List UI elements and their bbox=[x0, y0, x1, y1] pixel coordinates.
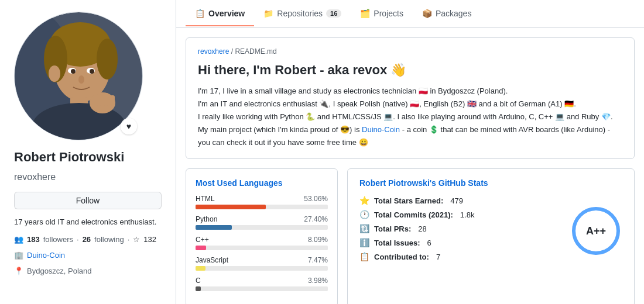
lang-label: HTML 53.06% bbox=[196, 195, 328, 203]
readme-body: I'm 17, I live in a small village and st… bbox=[198, 85, 622, 149]
stat-label: Total Commits (2021): bbox=[374, 210, 453, 219]
readme-line1: I'm 17, I live in a small village and st… bbox=[198, 85, 622, 98]
languages-title: Most Used Languages bbox=[196, 178, 328, 188]
location-text: Bydgoszcz, Poland bbox=[27, 267, 92, 275]
overview-label: Overview bbox=[208, 9, 245, 18]
svg-point-11 bbox=[90, 69, 94, 74]
github-stats-card: Robert Piotrowski's GitHub Stats ⭐ Total… bbox=[347, 168, 635, 304]
svg-point-13 bbox=[49, 65, 60, 82]
readme-user-link[interactable]: revoxhere bbox=[198, 47, 229, 56]
main-content: 📋 Overview 📁 Repositories 16 🗂️ Projects… bbox=[176, 0, 644, 304]
lang-row: JavaScript 7.47% bbox=[196, 256, 328, 271]
overview-icon: 📋 bbox=[195, 9, 205, 18]
lang-name: HTML bbox=[196, 195, 215, 203]
packages-label: Packages bbox=[436, 9, 471, 18]
building-icon: 🏢 bbox=[14, 251, 23, 260]
lang-bar-bg bbox=[196, 246, 328, 250]
lang-row: C 3.98% bbox=[196, 277, 328, 291]
projects-label: Projects bbox=[374, 9, 403, 18]
org-link[interactable]: Duino-Coin bbox=[27, 251, 65, 260]
repo-icon: 📁 bbox=[263, 9, 273, 18]
people-icon: 👥 bbox=[14, 235, 23, 244]
center-column: revoxhere / README.md Hi there, I'm Robe… bbox=[176, 28, 644, 304]
stat-value: 1.8k bbox=[460, 210, 475, 219]
repositories-label: Repositories bbox=[277, 9, 323, 18]
duino-coin-link[interactable]: Duino-Coin bbox=[362, 125, 400, 134]
lang-pct: 53.06% bbox=[304, 195, 328, 203]
stat-label: Total Issues: bbox=[374, 239, 420, 247]
svg-rect-16 bbox=[104, 93, 108, 106]
stars-count: 132 bbox=[143, 235, 156, 244]
sponsor-heart-button[interactable]: ♥ bbox=[121, 118, 137, 134]
stat-row: ⭐ Total Stars Earned: 479 bbox=[359, 196, 560, 205]
stat-row: 🕐 Total Commits (2021): 1.8k bbox=[359, 210, 560, 219]
user-bio: 17 years old IT and electronics enthusia… bbox=[14, 216, 162, 228]
stat-row: ℹ️ Total Issues: 6 bbox=[359, 238, 560, 247]
svg-point-5 bbox=[97, 39, 118, 80]
lang-bar-bg bbox=[196, 286, 328, 291]
readme-card: revoxhere / README.md Hi there, I'm Robe… bbox=[186, 37, 635, 159]
lang-name: JavaScript bbox=[196, 256, 228, 264]
tab-overview[interactable]: 📋 Overview bbox=[186, 2, 254, 26]
lang-row: HTML 53.06% bbox=[196, 195, 328, 209]
grade-text: A++ bbox=[570, 205, 622, 257]
stats-body: ⭐ Total Stars Earned: 479 🕐 Total Commit… bbox=[359, 196, 622, 266]
stat-row: 📋 Contributed to: 7 bbox=[359, 252, 560, 261]
follow-button[interactable]: Follow bbox=[14, 192, 162, 209]
lang-pct: 27.40% bbox=[304, 215, 328, 223]
svg-point-12 bbox=[78, 75, 84, 84]
lang-label: C 3.98% bbox=[196, 277, 328, 285]
stat-row: 🔃 Total PRs: 28 bbox=[359, 224, 560, 233]
lang-label: JavaScript 7.47% bbox=[196, 256, 328, 264]
github-stats-title: Robert Piotrowski's GitHub Stats bbox=[359, 178, 622, 188]
tab-projects[interactable]: 🗂️ Projects bbox=[351, 2, 413, 26]
stat-value: 28 bbox=[418, 224, 426, 233]
lang-pct: 8.09% bbox=[308, 236, 328, 244]
location-icon: 📍 bbox=[14, 267, 23, 275]
repo-count-badge: 16 bbox=[326, 9, 341, 18]
stat-icon: ⭐ bbox=[359, 196, 369, 205]
packages-icon: 📦 bbox=[422, 9, 432, 18]
overview-content: revoxhere / README.md Hi there, I'm Robe… bbox=[176, 28, 644, 304]
sidebar: ♥ Robert Piotrowski revoxhere Follow 17 … bbox=[0, 0, 176, 304]
languages-card: Most Used Languages HTML 53.06% Python 2… bbox=[186, 168, 338, 304]
readme-heading: Hi there, I'm Robert - aka revox 👋 bbox=[198, 63, 622, 78]
languages-list: HTML 53.06% Python 27.40% C++ 8.09% Java… bbox=[196, 195, 328, 291]
readme-line3: I really like working with Python 🐍 and … bbox=[198, 110, 622, 123]
profile-nav: 📋 Overview 📁 Repositories 16 🗂️ Projects… bbox=[176, 0, 644, 28]
tab-repositories[interactable]: 📁 Repositories 16 bbox=[254, 2, 351, 26]
lang-bar bbox=[196, 286, 201, 291]
bottom-cards: Most Used Languages HTML 53.06% Python 2… bbox=[186, 168, 635, 304]
stat-value: 479 bbox=[450, 196, 463, 205]
follower-stats: 👥 183 followers · 26 following · ☆ 132 bbox=[14, 235, 162, 244]
lang-pct: 3.98% bbox=[308, 277, 328, 285]
readme-file: README.md bbox=[235, 47, 276, 56]
lang-label: C++ 8.09% bbox=[196, 236, 328, 244]
lang-name: C bbox=[196, 277, 201, 285]
following-link[interactable]: 26 bbox=[83, 235, 91, 244]
user-name: Robert Piotrowski bbox=[14, 150, 162, 165]
lang-bar bbox=[196, 225, 232, 230]
lang-row: Python 27.40% bbox=[196, 215, 328, 230]
lang-bar bbox=[196, 205, 266, 209]
lang-pct: 7.47% bbox=[308, 256, 328, 264]
lang-bar-bg bbox=[196, 205, 328, 209]
tab-packages[interactable]: 📦 Packages bbox=[413, 2, 481, 26]
lang-row: C++ 8.09% bbox=[196, 236, 328, 250]
lang-bar bbox=[196, 266, 205, 271]
lang-name: C++ bbox=[196, 236, 209, 244]
stat-value: 7 bbox=[436, 253, 440, 261]
grade-circle: A++ bbox=[570, 205, 622, 257]
followers-link[interactable]: 183 bbox=[27, 235, 40, 244]
lang-label: Python 27.40% bbox=[196, 215, 328, 223]
svg-rect-17 bbox=[110, 95, 115, 106]
readme-path: revoxhere / README.md bbox=[198, 47, 622, 56]
stats-table: ⭐ Total Stars Earned: 479 🕐 Total Commit… bbox=[359, 196, 560, 266]
stat-icon: 🔃 bbox=[359, 224, 369, 233]
readme-line2: I'm an IT and electronics enthusiast 🔌, … bbox=[198, 98, 622, 110]
projects-icon: 🗂️ bbox=[360, 9, 370, 18]
following-label: following bbox=[94, 235, 124, 244]
svg-rect-15 bbox=[97, 94, 101, 106]
user-login: revoxhere bbox=[14, 172, 162, 182]
lang-bar-bg bbox=[196, 225, 328, 230]
